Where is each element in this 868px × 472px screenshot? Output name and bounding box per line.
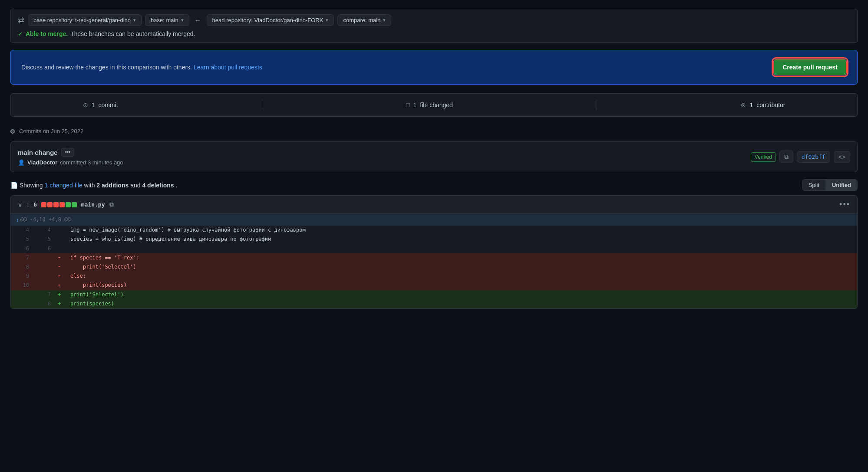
commit-hash-button[interactable]: df02bff bbox=[797, 151, 830, 163]
new-line-num: 5 bbox=[33, 235, 54, 244]
base-repo-dropdown[interactable]: base repository: t-rex-general/gan-dino … bbox=[28, 14, 142, 26]
merge-checkmark-icon: ✓ bbox=[18, 30, 23, 37]
line-content: - else: bbox=[54, 272, 857, 281]
diff-summary: 📄 Showing 1 changed file with 2 addition… bbox=[10, 182, 177, 189]
diff-code: ↕ @@ -4,10 +4,8 @@ 4 4 img = new_image('… bbox=[11, 214, 857, 308]
head-repo-dropdown[interactable]: head repository: VladDoctor/gan-dino-FOR… bbox=[207, 14, 334, 26]
commit-title-row: main change ••• bbox=[18, 148, 123, 157]
new-line-num bbox=[33, 281, 54, 290]
line-content: + print('Selectel') bbox=[54, 290, 857, 299]
table-row: 4 4 img = new_image('dino_random') # выг… bbox=[11, 226, 857, 235]
file-name: main.py bbox=[81, 201, 105, 208]
changed-file-link[interactable]: 1 changed file bbox=[44, 182, 82, 189]
diff-summary-suffix: with bbox=[84, 182, 97, 189]
view-toggle: Split Unified bbox=[802, 179, 858, 191]
commits-section: Commits on Jun 25, 2022 main change ••• … bbox=[10, 125, 858, 172]
commit-author-name[interactable]: VladDoctor bbox=[27, 159, 57, 166]
new-line-num: 8 bbox=[33, 299, 54, 308]
line-content: - print('Selectel') bbox=[54, 262, 857, 272]
base-repo-label: base repository: t-rex-general/gan-dino bbox=[33, 17, 131, 23]
compare-branch-dropdown[interactable]: compare: main ▾ bbox=[337, 14, 391, 26]
file-diff-header: ∨ ↕ 6 main.py ⧉ ••• bbox=[11, 196, 857, 214]
commit-count: 1 bbox=[92, 102, 95, 108]
contributor-label: contributor bbox=[756, 102, 785, 108]
table-row: 5 5 species = who_is(img) # определение … bbox=[11, 235, 857, 244]
banner-text-prefix: Discuss and review the changes in this c… bbox=[21, 64, 194, 71]
verified-badge: Verified bbox=[751, 152, 776, 162]
line-content bbox=[54, 244, 857, 253]
sync-icon: ⇄ bbox=[18, 16, 24, 25]
expand-hunk-button[interactable]: ↕ bbox=[14, 217, 20, 223]
table-row: 7 + print('Selectel') bbox=[11, 290, 857, 299]
banner-description: Discuss and review the changes in this c… bbox=[21, 64, 262, 71]
file-stat[interactable]: □ 1 file changed bbox=[406, 102, 453, 108]
browse-code-button[interactable]: <> bbox=[834, 151, 850, 163]
table-row: 6 6 bbox=[11, 244, 857, 253]
create-pull-request-button[interactable]: Create pull request bbox=[773, 59, 847, 75]
split-view-button[interactable]: Split bbox=[802, 180, 826, 190]
unified-view-button[interactable]: Unified bbox=[826, 180, 857, 190]
page-wrapper: ⇄ base repository: t-rex-general/gan-din… bbox=[0, 0, 868, 318]
contributor-icon: ⊗ bbox=[741, 102, 746, 108]
new-line-num bbox=[33, 262, 54, 272]
copy-hash-button[interactable]: ⧉ bbox=[779, 151, 793, 163]
base-branch-dropdown[interactable]: base: main ▾ bbox=[145, 14, 189, 26]
file-count: 1 bbox=[413, 102, 417, 108]
old-line-num: 5 bbox=[11, 235, 33, 244]
new-line-num: 6 bbox=[33, 244, 54, 253]
collapse-file-button[interactable]: ∨ bbox=[18, 201, 22, 208]
compare-branch-arrow-icon: ▾ bbox=[383, 17, 386, 23]
diff-summary-icon: 📄 bbox=[10, 182, 18, 189]
stat-divider-2 bbox=[597, 100, 597, 110]
commit-card: main change ••• 👤 VladDoctor committed 3… bbox=[10, 141, 858, 172]
new-line-num: 4 bbox=[33, 226, 54, 235]
change-count: 6 bbox=[34, 201, 37, 208]
merge-status-row: ✓ Able to merge. These branches can be a… bbox=[18, 30, 850, 37]
file-more-options-button[interactable]: ••• bbox=[839, 200, 850, 209]
commit-meta-row: 👤 VladDoctor committed 3 minutes ago bbox=[18, 159, 123, 166]
diff-header: 📄 Showing 1 changed file with 2 addition… bbox=[10, 179, 858, 191]
table-row: 7 - if species == 'T-rex': bbox=[11, 253, 857, 262]
new-line-num bbox=[33, 253, 54, 262]
line-content: species = who_is(img) # определение вида… bbox=[54, 235, 857, 244]
stat-divider-1 bbox=[262, 100, 262, 110]
table-row: 8 + print(species) bbox=[11, 299, 857, 308]
old-line-num bbox=[11, 299, 33, 308]
hunk-range: @@ -4,10 +4,8 @@ bbox=[20, 216, 71, 224]
commit-author-avatar: 👤 bbox=[18, 159, 25, 166]
commit-menu-button[interactable]: ••• bbox=[61, 148, 75, 157]
commit-icon: ⊙ bbox=[83, 102, 88, 108]
diff-block-2 bbox=[47, 202, 53, 207]
base-branch-arrow-icon: ▾ bbox=[181, 17, 184, 23]
able-to-merge-text: Able to merge. bbox=[26, 30, 68, 37]
line-content: - print(species) bbox=[54, 281, 857, 290]
diff-block-1 bbox=[41, 202, 46, 207]
contributor-stat[interactable]: ⊗ 1 contributor bbox=[741, 102, 785, 108]
commit-stat[interactable]: ⊙ 1 commit bbox=[83, 102, 118, 108]
and-text: and bbox=[130, 182, 142, 189]
file-diff: ∨ ↕ 6 main.py ⧉ ••• bbox=[10, 195, 858, 309]
head-repo-arrow-icon: ▾ bbox=[326, 17, 328, 23]
diff-block-4 bbox=[59, 202, 65, 207]
old-line-num: 4 bbox=[11, 226, 33, 235]
learn-about-pr-link[interactable]: Learn about pull requests bbox=[194, 64, 262, 71]
file-label: file changed bbox=[420, 102, 453, 108]
top-bar: ⇄ base repository: t-rex-general/gan-din… bbox=[10, 9, 858, 43]
diff-block-3 bbox=[53, 202, 59, 207]
old-line-num: 7 bbox=[11, 253, 33, 262]
file-icon: □ bbox=[406, 102, 409, 108]
old-line-num: 8 bbox=[11, 262, 33, 272]
copy-file-path-button[interactable]: ⧉ bbox=[109, 201, 114, 208]
change-count-icon: ↕ bbox=[26, 201, 30, 208]
stats-bar: ⊙ 1 commit □ 1 file changed ⊗ 1 contribu… bbox=[10, 93, 858, 117]
new-line-num bbox=[33, 272, 54, 281]
line-content: img = new_image('dino_random') # выгрузк… bbox=[54, 226, 857, 235]
table-row: 10 - print(species) bbox=[11, 281, 857, 290]
commit-label: commit bbox=[98, 102, 118, 108]
base-branch-label: base: main bbox=[151, 17, 178, 23]
table-row: 9 - else: bbox=[11, 272, 857, 281]
table-row: 8 - print('Selectel') bbox=[11, 262, 857, 272]
commit-committed-text: committed 3 minutes ago bbox=[60, 159, 123, 166]
new-line-num: 7 bbox=[33, 290, 54, 299]
line-content: - if species == 'T-rex': bbox=[54, 253, 857, 262]
